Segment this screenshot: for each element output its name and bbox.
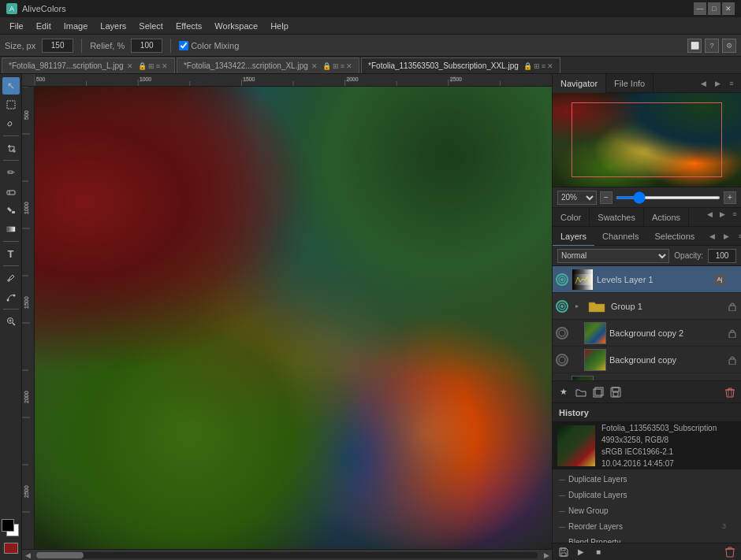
history-item-3[interactable]: — Reorder Layers 3 (553, 518, 741, 534)
blend-mode-select[interactable]: Normal Multiply Screen Overlay (557, 249, 669, 263)
scroll-left-button[interactable]: ◀ (22, 550, 33, 561)
layer-new-button[interactable] (590, 384, 606, 400)
tab-file-info[interactable]: File Info (606, 74, 653, 93)
eraser-tool-button[interactable] (2, 183, 20, 200)
history-save-button[interactable] (556, 545, 572, 559)
tab-icon-list-0[interactable]: ≡ (156, 62, 160, 70)
layer-visibility-bg-copy[interactable] (556, 354, 568, 366)
layer-item-background[interactable]: Background (553, 373, 741, 380)
tab-icon-grid-1[interactable]: ⊞ (333, 62, 339, 70)
minimize-button[interactable]: — (694, 2, 706, 15)
menu-layers[interactable]: Layers (94, 20, 132, 32)
nav-panel-arrow-left[interactable]: ◀ (697, 77, 709, 90)
color-panel-menu[interactable]: ≡ (728, 208, 741, 221)
history-stop-button[interactable]: ■ (590, 545, 606, 559)
move-tool-button[interactable]: ↖ (2, 77, 20, 95)
menu-edit[interactable]: Edit (30, 20, 58, 32)
zoom-out-button[interactable]: − (600, 191, 613, 204)
tab-close-x-0[interactable]: ✕ (162, 62, 168, 70)
tab-actions[interactable]: Actions (644, 208, 689, 227)
opacity-input[interactable] (708, 249, 736, 263)
menu-workspace[interactable]: Workspace (208, 20, 264, 32)
scroll-track-h[interactable] (36, 552, 538, 558)
layer-new-group-button[interactable] (573, 384, 589, 400)
close-button[interactable]: ✕ (722, 2, 735, 15)
tab-close-x-1[interactable]: ✕ (346, 62, 352, 70)
tab-icon-grid-2[interactable]: ⊞ (534, 62, 540, 70)
color-mixing-wrap[interactable]: Color Mixing (179, 41, 239, 50)
canvas-content[interactable] (35, 87, 552, 549)
tab-close-x-2[interactable]: ✕ (547, 62, 553, 70)
layer-item-bg-copy-2[interactable]: Background copy 2 (553, 320, 741, 347)
color-panel-arrow-left[interactable]: ◀ (703, 208, 716, 221)
lasso-tool-button[interactable] (2, 115, 20, 132)
tab-icon-grid-0[interactable]: ⊞ (148, 62, 155, 70)
tab-close-0[interactable]: ✕ (127, 62, 133, 70)
menu-image[interactable]: Image (58, 20, 95, 32)
layer-visibility-group1[interactable] (556, 300, 568, 313)
tab-1[interactable]: *Fotolia_1343422...scription_XL.jpg ✕ 🔒 … (177, 57, 359, 73)
active-color-preview[interactable] (4, 543, 18, 554)
tab-layers[interactable]: Layers (553, 227, 594, 246)
layers-panel-arrow-left[interactable]: ◀ (706, 230, 718, 243)
tab-0[interactable]: *Fotolia_981197...scription_L.jpg ✕ 🔒 ⊞ … (2, 57, 175, 73)
color-swatches[interactable] (2, 519, 20, 538)
gradient-tool-button[interactable] (2, 221, 20, 238)
tab-icon-lock-2[interactable]: 🔒 (523, 62, 532, 70)
zoom-select[interactable]: 20% 10% 25% 50% 75% 100% (557, 191, 597, 205)
tab-channels[interactable]: Channels (594, 227, 646, 246)
tab-icon-lock-0[interactable]: 🔒 (138, 62, 147, 70)
layer-star-button[interactable]: ★ (556, 384, 572, 400)
eyedropper-tool-button[interactable] (2, 269, 20, 287)
help-icon[interactable]: ? (705, 39, 719, 53)
history-play-button[interactable]: ▶ (573, 545, 589, 559)
layer-save-button[interactable] (608, 384, 624, 400)
tab-icon-list-2[interactable]: ≡ (542, 62, 546, 70)
window-controls[interactable]: — □ ✕ (694, 2, 735, 15)
tab-icon-list-1[interactable]: ≡ (341, 62, 344, 70)
tab-2[interactable]: *Fotolia_113563503_Subscription_XXL.jpg … (361, 57, 560, 73)
menu-file[interactable]: File (3, 20, 30, 32)
scroll-right-button[interactable]: ▶ (541, 550, 552, 561)
maximize-button[interactable]: □ (708, 2, 721, 15)
zoom-in-button[interactable]: + (724, 191, 736, 204)
nav-panel-menu[interactable]: ≡ (725, 77, 738, 90)
layers-panel-menu[interactable]: ≡ (734, 230, 741, 243)
tab-color[interactable]: Color (553, 208, 590, 227)
scroll-thumb-h[interactable] (36, 552, 84, 558)
nav-panel-arrow-right[interactable]: ▶ (711, 77, 724, 90)
zoom-tool-button[interactable] (2, 313, 20, 330)
menu-help[interactable]: Help (264, 20, 295, 32)
tab-navigator[interactable]: Navigator (553, 74, 606, 93)
layers-panel-arrow-right[interactable]: ▶ (720, 230, 732, 243)
crop-tool-button[interactable] (2, 139, 20, 157)
layer-item-group1[interactable]: Group 1 (553, 293, 741, 320)
history-item-1[interactable]: — Duplicate Layers (553, 487, 741, 503)
horizontal-scrollbar[interactable]: ◀ ▶ (22, 549, 552, 560)
menu-select[interactable]: Select (132, 20, 169, 32)
fill-tool-button[interactable] (2, 202, 20, 219)
menu-effects[interactable]: Effects (169, 20, 208, 32)
layer-visibility-levels[interactable] (556, 273, 568, 286)
group-expand-arrow[interactable] (572, 303, 583, 310)
tab-swatches[interactable]: Swatches (590, 208, 644, 227)
size-input[interactable] (42, 39, 73, 53)
tab-close-1[interactable]: ✕ (311, 62, 318, 70)
layer-delete-button[interactable] (722, 384, 738, 400)
brush-tool-button[interactable]: ✏ (2, 164, 20, 181)
history-item-4[interactable]: — Blend Property (553, 534, 741, 543)
text-tool-button[interactable]: T (2, 245, 20, 262)
layer-item-levels[interactable]: Levels Layer 1 Aj (553, 266, 741, 293)
settings-icon[interactable]: ⚙ (722, 39, 736, 53)
layer-visibility-bg-copy-2[interactable] (556, 327, 568, 339)
relief-input[interactable] (131, 39, 162, 53)
history-item-2[interactable]: — New Group (553, 503, 741, 518)
tab-selections[interactable]: Selections (647, 227, 703, 246)
layer-item-bg-copy[interactable]: Background copy (553, 347, 741, 373)
color-panel-arrow-right[interactable]: ▶ (716, 208, 728, 221)
path-tool-button[interactable] (2, 288, 20, 306)
color-mixing-checkbox[interactable] (179, 41, 188, 50)
selection-tool-button[interactable] (2, 96, 20, 113)
zoom-slider[interactable] (616, 196, 721, 199)
tab-icon-lock-1[interactable]: 🔒 (322, 62, 331, 70)
